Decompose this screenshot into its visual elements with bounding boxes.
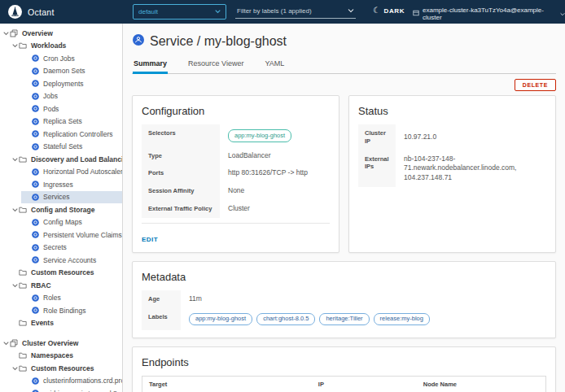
sidebar-item-csidrivers-csi-storage-k8s-io[interactable]: csidrivers.csi.storage.k8s.io (0, 387, 122, 392)
resource-icon (32, 256, 39, 264)
folder-icon (19, 320, 27, 326)
sidebar-item-ingresses[interactable]: Ingresses (0, 178, 122, 191)
sidebar-item-config-maps[interactable]: Config Maps (0, 216, 122, 229)
column-header-ip: IP (312, 377, 417, 392)
resource-icon (32, 168, 39, 176)
field-value: 10.97.21.0 (396, 124, 546, 150)
sidebar-item-label: Custom Resources (31, 268, 94, 277)
edit-link[interactable]: EDIT (142, 236, 158, 243)
label-filter-dropdown[interactable]: Filter by labels (1 applied) (235, 6, 356, 19)
field-label: Labels (142, 308, 181, 331)
chevron-down-icon (2, 31, 10, 36)
endpoints-table: TargetIPNode Name my-blog-ghost-77df85c6… (142, 376, 546, 392)
sidebar-item-persistent-volume-claims[interactable]: Persistent Volume Claims (0, 229, 122, 242)
sidebar-item-stateful-sets[interactable]: Stateful Sets (0, 141, 122, 154)
field-value: 11m (181, 290, 546, 308)
status-title: Status (358, 105, 546, 117)
sidebar-item-label: Overview (22, 29, 53, 37)
page-title-text: Service / my-blog-ghost (150, 34, 287, 49)
theme-label: DARK (384, 7, 405, 15)
tab-yaml[interactable]: YAML (264, 56, 285, 74)
sidebar-item-events[interactable]: Events (0, 317, 122, 330)
resource-icon (32, 307, 39, 314)
field-value: nb-104-237-148-71.newark.nodebalancer.li… (396, 150, 546, 188)
sidebar-item-namespaces[interactable]: Namespaces (0, 350, 122, 363)
configuration-card: Configuration Selectorsapp:my-blog-ghost… (132, 95, 339, 253)
sidebar-item-overview[interactable]: Overview (0, 27, 122, 40)
sidebar-item-pods[interactable]: Pods (0, 102, 122, 115)
chevron-down-icon (11, 43, 19, 48)
tab-resource-viewer[interactable]: Resource Viewer (187, 56, 244, 74)
field-value: LoadBalancer (220, 147, 330, 165)
sidebar-item-config-and-storage[interactable]: Config and Storage (0, 203, 122, 216)
sidebar-item-label: Stateful Sets (43, 142, 82, 150)
resource-icon (32, 194, 39, 201)
chevron-down-icon (560, 11, 565, 18)
sidebar-item-label: Namespaces (31, 351, 73, 359)
sidebar-item-rbac[interactable]: RBAC (0, 279, 122, 292)
field-label: External IPs (358, 150, 396, 188)
sidebar-item-deployments[interactable]: Deployments (0, 77, 122, 90)
sidebar-item-label: Cron Jobs (43, 54, 75, 63)
field-value: app:my-blog-ghost (220, 124, 330, 147)
sidebar-item-replication-controllers[interactable]: Replication Controllers (0, 128, 122, 141)
sidebar-item-cron-jobs[interactable]: Cron Jobs (0, 52, 122, 65)
cluster-icon (413, 10, 419, 18)
field-label: Cluster IP (358, 124, 396, 150)
sidebar-item-label: RBAC (31, 281, 51, 290)
chevron-down-icon (11, 366, 19, 371)
sidebar-item-horizontal-pod-autoscalers[interactable]: Horizontal Pod Autoscalers (0, 166, 122, 179)
metadata-card: Metadata Age11mLabelsapp:my-blog-ghostch… (132, 261, 556, 338)
sidebar-item-discovery-and-load-balancing[interactable]: Discovery and Load Balancing (0, 153, 122, 166)
resource-icon (32, 294, 39, 302)
tab-summary[interactable]: Summary (133, 56, 168, 74)
sidebar-item-services[interactable]: Services (0, 191, 122, 204)
sidebar-item-daemon-sets[interactable]: Daemon Sets (0, 65, 122, 78)
sidebar-item-custom-resources[interactable]: Custom Resources (0, 362, 122, 375)
app-title: Octant (28, 7, 55, 17)
cluster-context-dropdown[interactable]: example-cluster-ka3TuTzYo4a@example-clus… (413, 7, 565, 21)
sidebar-item-secrets[interactable]: Secrets (0, 242, 122, 255)
folder-icon (19, 269, 27, 276)
delete-button[interactable]: DELETE (515, 79, 556, 91)
edit-row: EDIT (142, 223, 330, 245)
sidebar-item-service-accounts[interactable]: Service Accounts (0, 254, 122, 267)
sidebar-item-cluster-overview[interactable]: Cluster Overview (0, 337, 122, 350)
sidebar-item-label: Discovery and Load Balancing (31, 155, 123, 163)
sidebar-item-workloads[interactable]: Workloads (0, 40, 122, 53)
resource-icon (32, 181, 39, 188)
sidebar-item-custom-resources[interactable]: Custom Resources (0, 267, 122, 280)
field-label: Type (142, 147, 220, 165)
overview-icon (10, 29, 18, 37)
resource-icon (32, 80, 39, 87)
summary-cards-row: Configuration Selectorsapp:my-blog-ghost… (132, 95, 556, 253)
filter-label: Filter by labels (1 applied) (237, 7, 312, 15)
sidebar-item-label: Daemon Sets (43, 67, 85, 75)
sidebar-item-role-bindings[interactable]: Role Bindings (0, 304, 122, 317)
sidebar-item-label: Services (43, 193, 70, 201)
sidebar-item-replica-sets[interactable]: Replica Sets (0, 115, 122, 128)
endpoints-title: Endpoints (142, 356, 546, 368)
theme-toggle[interactable]: ☾ DARK (373, 7, 405, 15)
page-title: Service / my-blog-ghost (133, 34, 556, 49)
kv-row: Labelsapp:my-blog-ghostchart:ghost-8.0.5… (142, 308, 546, 331)
chevron-down-icon (348, 7, 354, 15)
field-value: None (220, 182, 330, 200)
metadata-rows: Age11mLabelsapp:my-blog-ghostchart:ghost… (142, 290, 546, 330)
kv-row: Selectorsapp:my-blog-ghost (142, 124, 330, 147)
sidebar-item-label: Role Bindings (43, 307, 85, 315)
sidebar-item-label: Roles (43, 294, 61, 302)
sidebar-item-label: Jobs (43, 92, 58, 100)
namespace-dropdown[interactable]: default (133, 4, 226, 20)
sidebar-item-label: Cluster Overview (22, 339, 78, 347)
resource-icon (32, 244, 39, 251)
chevron-down-icon (11, 283, 19, 288)
main-content: Service / my-blog-ghost SummaryResource … (123, 24, 565, 392)
moon-icon: ☾ (373, 7, 381, 15)
metadata-title: Metadata (142, 271, 546, 283)
sidebar-item-roles[interactable]: Roles (0, 292, 122, 305)
sidebar-item-clusterinformations-crd-projec[interactable]: clusterinformations.crd.projec (0, 375, 122, 388)
resource-icon (32, 219, 39, 226)
column-header-target: Target (142, 377, 312, 392)
sidebar-item-jobs[interactable]: Jobs (0, 90, 122, 103)
